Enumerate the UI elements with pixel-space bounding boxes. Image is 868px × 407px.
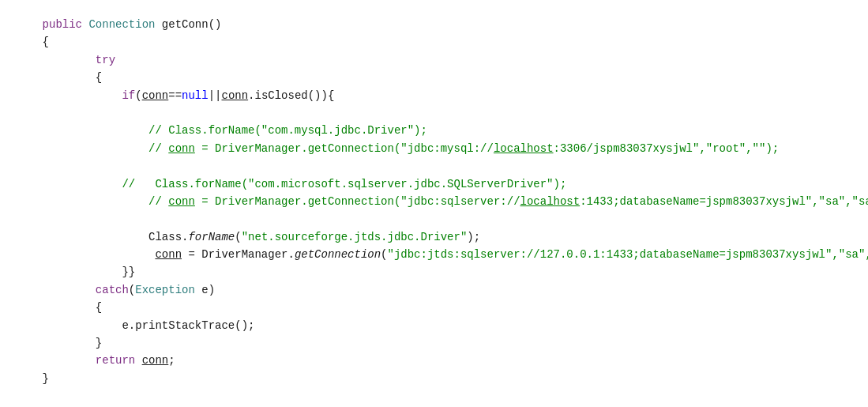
- code-line-18: ________________e.printStackTrace();: [16, 317, 852, 334]
- code-line-15: ________________}}: [16, 263, 852, 281]
- string-conn-jtds: "jdbc:jtds:sqlserver://127.0.0.1:1433;da…: [388, 246, 869, 263]
- keyword-null: null: [182, 87, 209, 104]
- keyword-catch: catch: [96, 281, 129, 299]
- code-editor: ____public Connection getConn() ____{ __…: [0, 8, 868, 407]
- comment-conn-sql: conn: [168, 193, 195, 210]
- method-forname: forName: [188, 228, 235, 246]
- code-line-4: ____________{: [16, 69, 852, 86]
- code-line-12: [16, 210, 852, 228]
- method-printstacktrace: printStackTrace: [135, 317, 235, 334]
- code-line-16: ____________catch(Exception e): [16, 281, 852, 299]
- comment-1: // Class.forName("com.mysql.jdbc.Driver"…: [148, 122, 427, 139]
- code-line-2: ____{: [16, 33, 852, 51]
- var-conn2: conn: [221, 87, 248, 104]
- code-line-20: ____________return conn;: [16, 352, 852, 369]
- method-getconnection: getConnection: [295, 246, 381, 263]
- keyword-public: public: [43, 16, 82, 33]
- method-isclosed: isClosed: [255, 87, 308, 104]
- comment-2: //: [148, 140, 168, 157]
- code-line-17: ____________{: [16, 299, 852, 316]
- code-line-11: ____________________// conn = DriverMana…: [16, 193, 852, 210]
- comment-2b: = DriverManager.getConnection("jdbc:mysq…: [195, 140, 494, 157]
- var-conn-assign: conn: [155, 246, 182, 263]
- class-forname: Class.: [148, 228, 188, 246]
- code-line-19: ____________}: [16, 334, 852, 352]
- code-line-6: [16, 104, 852, 122]
- comment-3: // Class.forName("com.microsoft.sqlserve…: [122, 175, 566, 193]
- comment-localhost-mysql: localhost: [494, 140, 554, 157]
- comment-localhost-sql: localhost: [520, 193, 581, 210]
- type-exception: Exception: [135, 281, 195, 299]
- comment-conn-mysql: conn: [168, 140, 195, 157]
- comment-4b: = DriverManager.getConnection("jdbc:sqls…: [195, 193, 520, 210]
- keyword-return: return: [96, 352, 135, 369]
- string-driver-jtds: "net.sourceforge.jtds.jdbc.Driver": [242, 228, 468, 246]
- keyword-try: try: [96, 51, 115, 69]
- keyword-if: if: [122, 87, 135, 104]
- code-line-8: ____________________// conn = DriverMana…: [16, 140, 852, 157]
- method-getconn: getConn: [162, 16, 209, 33]
- var-conn: conn: [142, 87, 169, 104]
- var-conn-return: conn: [142, 352, 169, 369]
- comment-2c: :3306/jspm83037xysjwl","root","");: [554, 140, 780, 157]
- comment-4c: :1433;databaseName=jspm83037xysjwl","sa"…: [580, 193, 868, 210]
- comment-4: //: [148, 193, 168, 210]
- code-line-5: ________________if(conn==null||conn.isCl…: [16, 87, 852, 104]
- code-line-9: [16, 157, 852, 175]
- code-line-10: ________________// Class.forName("com.mi…: [16, 175, 852, 193]
- code-line-1: ____public Connection getConn(): [16, 16, 852, 33]
- code-line-21: ____}: [16, 370, 852, 387]
- code-line-3: ____________try: [16, 51, 852, 69]
- code-line-14: _____________________conn = DriverManage…: [16, 246, 852, 263]
- code-line-13: ____________________Class.forName("net.s…: [16, 228, 852, 246]
- type-connection: Connection: [88, 16, 155, 33]
- code-line-7: ____________________// Class.forName("co…: [16, 122, 852, 139]
